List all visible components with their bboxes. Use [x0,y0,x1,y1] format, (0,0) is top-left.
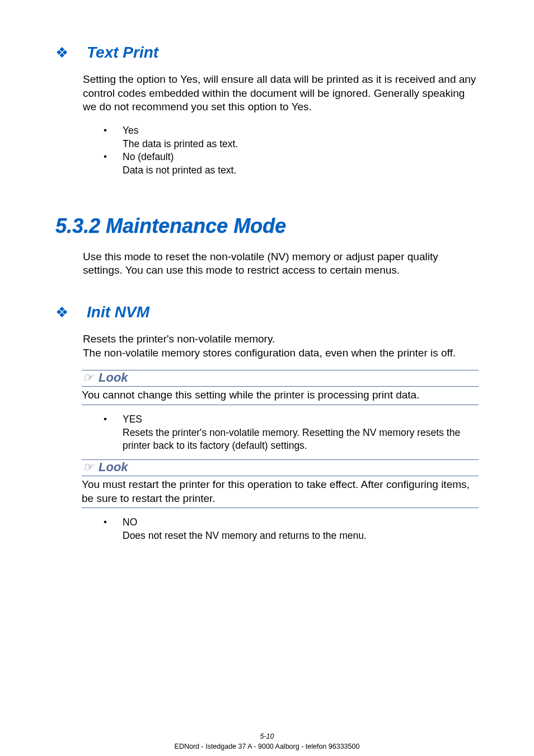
diamond-bullet-icon: ❖ [55,44,87,62]
diamond-bullet-icon: ❖ [55,304,87,321]
option-label: Yes [123,125,139,136]
look-body: You cannot change this setting while the… [82,387,479,403]
look-body: You must restart the printer for this op… [82,476,479,506]
look-callout: ☞ Look You must restart the printer for … [55,459,479,508]
text-print-options: • Yes The data is printed as text. • No … [104,124,479,177]
option-desc: Does not reset the NV memory and returns… [123,529,479,543]
bullet-icon: • [104,151,107,163]
option-label: No (default) [123,151,174,162]
heading-init-nvm: ❖ Init NVM [55,303,479,321]
list-item: • YES Resets the printer's non-volatile … [104,413,479,453]
init-nvm-paragraph: Resets the printer's non-volatile memory… [83,332,479,360]
heading-text: Init NVM [87,303,149,321]
look-label: Look [99,460,128,475]
bullet-icon: • [104,516,107,529]
list-item: • Yes The data is printed as text. [104,124,479,151]
option-desc: Resets the printer's non-volatile memory… [123,426,479,453]
bullet-icon: • [104,413,107,426]
heading-maintenance-mode: 5.3.2 Maintenance Mode [55,214,479,238]
text-print-paragraph: Setting the option to Yes, will ensure a… [83,73,479,114]
init-nvm-option-yes: • YES Resets the printer's non-volatile … [104,413,479,453]
maintenance-paragraph: Use this mode to reset the non-volatile … [83,250,479,278]
heading-text-print: ❖ Text Print [55,44,479,62]
page-number: 5-10 [0,732,534,740]
list-item: • No (default) Data is not printed as te… [104,151,479,177]
option-desc: Data is not printed as text. [123,164,479,177]
pointing-hand-icon: ☞ [82,460,99,475]
list-item: • NO Does not reset the NV memory and re… [104,516,479,542]
init-nvm-option-no: • NO Does not reset the NV memory and re… [104,516,479,542]
option-desc: The data is printed as text. [123,138,479,151]
pointing-hand-icon: ☞ [82,370,99,385]
option-label: NO [123,516,137,528]
heading-text: Text Print [87,44,158,62]
footer-address: EDNord - Istedgade 37 A - 9000 Aalborg -… [0,743,534,750]
option-label: YES [123,414,142,425]
look-callout: ☞ Look You cannot change this setting wh… [55,370,479,405]
look-label: Look [99,370,128,385]
page-content: ❖ Text Print Setting the option to Yes, … [0,0,534,756]
bullet-icon: • [104,124,107,137]
